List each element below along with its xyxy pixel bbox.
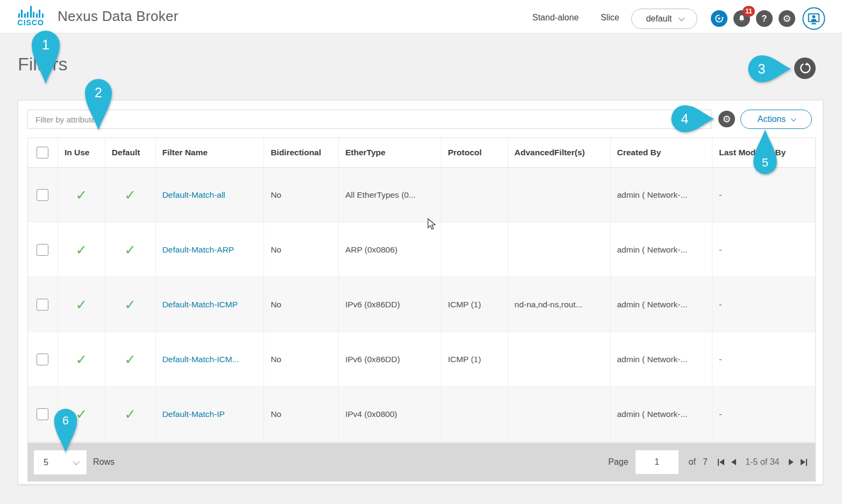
- filter-attributes-input[interactable]: [27, 110, 711, 129]
- table-header-row: In Use Default Filter Name Bidirectional…: [28, 138, 815, 168]
- callout-pin-6: 6: [52, 408, 79, 452]
- last-modified-by-value: -: [712, 387, 815, 442]
- column-header-bidirectional[interactable]: Bidirectional: [264, 138, 339, 167]
- protocol-value: ICMP (1): [441, 277, 508, 332]
- page-number-input[interactable]: [636, 450, 679, 474]
- filter-name-link[interactable]: Default-Match-IP: [162, 409, 225, 419]
- select-row-checkbox[interactable]: [37, 299, 48, 311]
- bidirectional-value: No: [264, 277, 339, 332]
- advanced-filters-value: nd-na,nd-ns,rout...: [508, 277, 611, 332]
- actions-button-label: Actions: [758, 114, 786, 124]
- notification-badge: 11: [743, 6, 755, 17]
- chevron-down-icon: [791, 116, 796, 121]
- gear-icon: ⚙: [722, 114, 731, 124]
- rows-per-page-value: 5: [44, 458, 48, 467]
- rows-per-page-select[interactable]: 5: [34, 450, 87, 474]
- last-page-icon: [801, 459, 805, 465]
- table-row: ✓ ✓ Default-Match-ICMP No IPv6 (0x86DD) …: [28, 277, 815, 332]
- pagination: Page of 7 1-5 of 34: [608, 443, 807, 481]
- slice-select-value: default: [646, 14, 672, 24]
- page-label: Page: [608, 457, 628, 467]
- check-icon: ✓: [75, 242, 87, 258]
- check-icon: ✓: [124, 351, 136, 368]
- filter-name-link[interactable]: Default-Match-all: [162, 190, 225, 200]
- page-count: 7: [703, 457, 708, 467]
- column-header-filter-name[interactable]: Filter Name: [156, 138, 265, 167]
- chevron-down-icon: [678, 15, 684, 21]
- cisco-logo-bars: [15, 5, 46, 18]
- user-monitor-icon: [802, 7, 825, 30]
- advanced-filters-value: [508, 222, 611, 277]
- bidirectional-value: No: [264, 387, 339, 442]
- column-header-ethertype[interactable]: EtherType: [339, 138, 441, 167]
- svg-text:2: 2: [95, 85, 102, 100]
- table-row: ✓ ✓ Default-Match-ARP No ARP (0x0806) ad…: [28, 222, 815, 277]
- select-all-checkbox[interactable]: [37, 147, 48, 159]
- filters-table: In Use Default Filter Name Bidirectional…: [27, 138, 816, 442]
- table-footer: 5 Rows Page of 7 1-5 of 34: [27, 443, 816, 481]
- next-page-button[interactable]: [789, 459, 794, 465]
- check-icon: ✓: [75, 351, 87, 368]
- svg-text:5: 5: [762, 156, 768, 169]
- mouse-cursor-icon: [426, 218, 437, 230]
- gear-icon: ⚙: [782, 14, 791, 24]
- help-button[interactable]: ?: [756, 10, 773, 27]
- top-bar: CISCO Nexus Data Broker Stand-alone Slic…: [0, 0, 842, 33]
- created-by-value: admin ( Network-...: [611, 168, 713, 222]
- advanced-filters-value: [508, 168, 611, 222]
- check-icon: ✓: [124, 406, 136, 422]
- of-label: of: [689, 457, 696, 467]
- refresh-button[interactable]: [794, 57, 816, 79]
- created-by-value: admin ( Network-...: [611, 277, 713, 332]
- check-icon: ✓: [75, 187, 87, 203]
- first-page-button[interactable]: [718, 459, 725, 466]
- last-modified-by-value: -: [712, 277, 815, 332]
- previous-page-button[interactable]: [731, 459, 736, 465]
- created-by-value: admin ( Network-...: [611, 332, 713, 386]
- filter-name-link[interactable]: Default-Match-ARP: [162, 245, 234, 255]
- actions-button[interactable]: Actions: [740, 110, 812, 129]
- table-settings-button[interactable]: ⚙: [718, 111, 735, 127]
- rows-label: Rows: [93, 443, 115, 481]
- select-row-checkbox[interactable]: [37, 189, 48, 201]
- bidirectional-value: No: [264, 222, 339, 277]
- protocol-value: [441, 222, 508, 277]
- check-icon: ✓: [124, 242, 136, 258]
- select-row-checkbox[interactable]: [37, 408, 48, 420]
- previous-page-icon: [731, 459, 736, 465]
- column-header-in-use[interactable]: In Use: [58, 138, 105, 167]
- callout-pin-4: 4: [670, 105, 715, 133]
- column-header-created-by[interactable]: Created By: [611, 138, 713, 167]
- column-header-advanced-filters[interactable]: AdvancedFilter(s): [508, 138, 611, 167]
- slice-select[interactable]: default: [631, 9, 697, 29]
- cisco-logo-text: CISCO: [15, 18, 46, 27]
- check-icon: ✓: [124, 297, 136, 313]
- help-icon: ?: [762, 14, 767, 24]
- select-row-checkbox[interactable]: [37, 244, 48, 256]
- first-page-icon: [718, 459, 719, 466]
- svg-text:1: 1: [42, 37, 49, 53]
- column-header-protocol[interactable]: Protocol: [441, 138, 508, 167]
- column-header-default[interactable]: Default: [105, 138, 156, 167]
- filter-name-link[interactable]: Default-Match-ICM...: [162, 355, 239, 364]
- slice-label: Slice: [601, 13, 619, 23]
- filter-name-link[interactable]: Default-Match-ICMP: [162, 300, 238, 309]
- notifications-button[interactable]: 11: [733, 10, 750, 27]
- user-account-button[interactable]: [802, 7, 825, 30]
- select-row-checkbox[interactable]: [37, 354, 48, 365]
- table-row: ✓ ✓ Default-Match-ICM... No IPv6 (0x86DD…: [28, 332, 815, 387]
- swirl-icon: [714, 13, 724, 24]
- ethertype-value: IPv6 (0x86DD): [339, 277, 441, 332]
- table-row: ✓ ✓ Default-Match-IP No IPv4 (0x0800) ad…: [28, 387, 815, 442]
- pin-swirl-button[interactable]: [711, 10, 727, 27]
- callout-pin-3: 3: [747, 55, 792, 83]
- settings-button[interactable]: ⚙: [779, 10, 795, 27]
- callout-pin-1: 1: [31, 30, 60, 84]
- select-all-cell: [28, 138, 58, 167]
- range-label: 1-5 of 34: [745, 457, 779, 467]
- next-page-icon: [789, 459, 794, 465]
- table-row: ✓ ✓ Default-Match-all No All EtherTypes …: [28, 168, 815, 222]
- advanced-filters-value: [508, 387, 611, 442]
- last-page-button[interactable]: [801, 459, 808, 466]
- created-by-value: admin ( Network-...: [611, 222, 713, 277]
